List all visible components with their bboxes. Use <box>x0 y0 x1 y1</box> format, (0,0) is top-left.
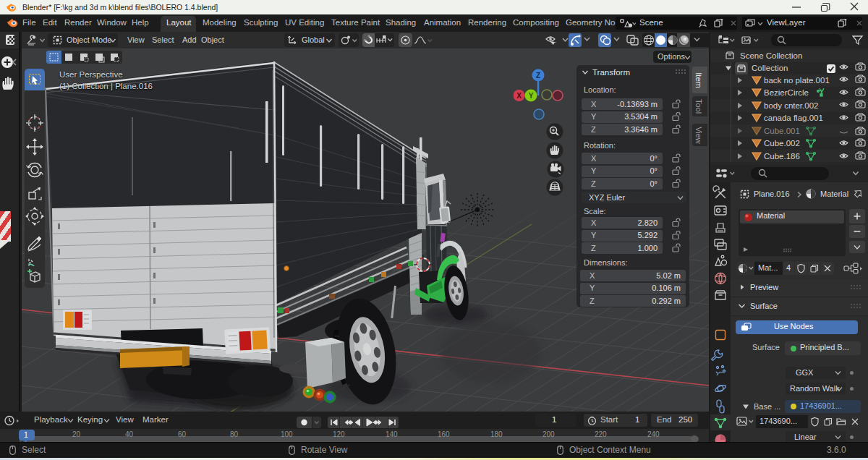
svg-text:Y: Y <box>529 92 534 100</box>
svg-text:Z: Z <box>536 72 540 80</box>
svg-text:X: X <box>516 92 522 100</box>
